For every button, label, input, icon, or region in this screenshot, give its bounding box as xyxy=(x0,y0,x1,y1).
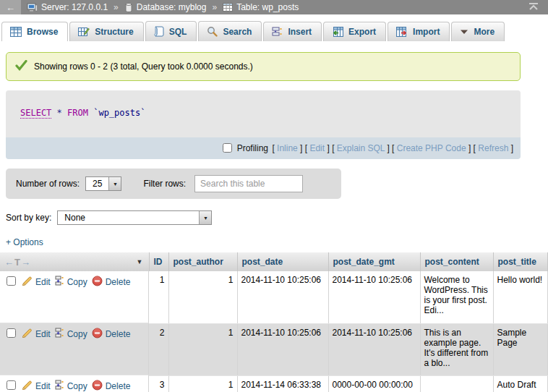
copy-link[interactable]: Copy xyxy=(55,276,87,288)
success-check-icon xyxy=(15,60,27,73)
tab-label: Structure xyxy=(95,27,133,37)
cell-post-date: 2014-11-14 06:33:38 xyxy=(237,375,328,392)
breadcrumb-separator: » xyxy=(212,2,217,12)
cell-post-date-gmt: 0000-00-00 00:00:00 xyxy=(328,375,420,392)
cell-post-title: Auto Draft xyxy=(493,375,548,392)
column-header-actions[interactable]: ←T→ ▼ xyxy=(0,252,149,271)
options-toggle-link[interactable]: + Options xyxy=(6,237,43,247)
pencil-icon xyxy=(22,276,33,289)
sql-link-create-php-code[interactable]: Create PHP Code xyxy=(397,143,466,153)
row-checkbox[interactable] xyxy=(7,328,16,338)
tab-import[interactable]: Import xyxy=(388,22,450,41)
number-of-rows-label: Number of rows: xyxy=(16,179,80,189)
tab-more[interactable]: More xyxy=(451,22,505,41)
results-header-row: ←T→ ▼ ID post_author post_date post_date… xyxy=(0,252,548,271)
sql-action-links: [ Inline ] [ Edit ] [ Explain SQL ] [ Cr… xyxy=(272,143,513,153)
sql-link-edit[interactable]: Edit xyxy=(309,143,325,153)
column-header-post-title[interactable]: post_title xyxy=(493,252,548,271)
status-message-text: Showing rows 0 - 2 (3 total, Query took … xyxy=(34,61,253,72)
results-table: ←T→ ▼ ID post_author post_date post_date… xyxy=(0,252,548,392)
column-header-post-content[interactable]: post_content xyxy=(420,252,493,271)
cell-post-content xyxy=(420,375,493,392)
table-tab-bar: Browse Structure SQL Search Insert Expor… xyxy=(0,14,548,41)
filter-rows-label: Filter rows: xyxy=(143,179,186,189)
server-icon xyxy=(27,3,38,12)
column-header-id[interactable]: ID xyxy=(149,252,168,271)
status-message: Showing rows 0 - 2 (3 total, Query took … xyxy=(6,52,521,81)
delete-icon xyxy=(92,380,103,392)
delete-link[interactable]: Delete xyxy=(92,380,131,392)
cell-id: 2 xyxy=(149,323,168,375)
tab-search[interactable]: Search xyxy=(198,21,262,41)
arrow-right-icon[interactable]: → xyxy=(21,257,31,268)
cell-post-title: Sample Page xyxy=(493,323,548,375)
tab-sql[interactable]: SQL xyxy=(145,21,197,41)
row-actions-cell: Edit Copy Delete xyxy=(0,375,149,392)
sql-link-inline[interactable]: Inline xyxy=(277,143,298,153)
sql-link-explain-sql[interactable]: Explain SQL xyxy=(337,143,385,153)
select-arrow-icon: ▼ xyxy=(199,211,211,224)
column-header-post-date-gmt[interactable]: post_date_gmt xyxy=(328,252,420,271)
breadcrumb-separator: » xyxy=(114,2,119,12)
collapse-panel-icon[interactable] xyxy=(528,2,539,13)
structure-icon xyxy=(78,27,90,37)
sql-keyword-from: FROM xyxy=(67,108,88,118)
breadcrumb-server[interactable]: Server: 127.0.0.1 xyxy=(41,2,108,12)
insert-icon xyxy=(272,27,283,37)
tab-structure[interactable]: Structure xyxy=(69,22,143,41)
database-icon xyxy=(124,3,133,12)
edit-link[interactable]: Edit xyxy=(22,276,51,289)
tee-icon[interactable]: T xyxy=(14,257,21,268)
table-row: Edit Copy Delete 3 1 2014-11-14 06:33:38… xyxy=(0,375,548,392)
transpose-icons[interactable]: ←T→ xyxy=(4,257,31,268)
row-actions-cell: Edit Copy Delete xyxy=(0,271,149,323)
row-controls-panel: Number of rows: 25 ▼ Filter rows: xyxy=(6,169,341,199)
row-checkbox[interactable] xyxy=(7,380,16,390)
pencil-icon xyxy=(22,380,33,392)
tab-label: Insert xyxy=(288,27,312,37)
number-of-rows-value: 25 xyxy=(86,177,108,190)
edit-link[interactable]: Edit xyxy=(22,380,51,392)
sort-by-key-select[interactable]: None ▼ xyxy=(57,210,212,225)
copy-link[interactable]: Copy xyxy=(55,380,87,392)
sql-link-refresh[interactable]: Refresh xyxy=(478,143,508,153)
filter-rows-input[interactable] xyxy=(194,175,303,192)
edit-link[interactable]: Edit xyxy=(22,328,51,341)
row-actions-cell: Edit Copy Delete xyxy=(0,323,149,375)
cell-id: 3 xyxy=(149,375,168,392)
delete-link[interactable]: Delete xyxy=(92,328,131,341)
profiling-checkbox[interactable] xyxy=(223,143,232,153)
sort-caret-icon[interactable]: ▼ xyxy=(137,258,145,265)
back-arrow-button[interactable]: ← xyxy=(0,0,21,14)
column-header-post-author[interactable]: post_author xyxy=(168,252,237,271)
tab-label: Search xyxy=(223,27,252,37)
cell-post-date: 2014-11-10 10:25:06 xyxy=(237,323,328,375)
search-icon xyxy=(207,26,218,37)
chevron-down-icon xyxy=(460,29,468,35)
arrow-left-icon[interactable]: ← xyxy=(4,257,14,268)
delete-icon xyxy=(92,328,103,341)
sql-keyword-select: SELECT xyxy=(20,108,51,119)
select-arrow-icon: ▼ xyxy=(108,177,121,190)
copy-icon xyxy=(55,380,64,392)
table-row: Edit Copy Delete 2 1 2014-11-10 10:25:06… xyxy=(0,323,548,375)
cell-post-date: 2014-11-10 10:25:06 xyxy=(237,271,328,323)
sort-by-key-row: Sort by key: None ▼ xyxy=(6,210,548,225)
table-row: Edit Copy Delete 1 1 2014-11-10 10:25:06… xyxy=(0,271,548,323)
tab-browse[interactable]: Browse xyxy=(1,22,68,41)
tab-export[interactable]: Export xyxy=(323,22,386,41)
pencil-icon xyxy=(22,328,33,341)
server-breadcrumb-bar: ← Server: 127.0.0.1 » Database: myblog »… xyxy=(0,0,548,14)
sql-table-ref: `wp_posts` xyxy=(88,108,145,118)
cell-post-date-gmt: 2014-11-10 10:25:06 xyxy=(328,323,420,375)
column-header-post-date[interactable]: post_date xyxy=(237,252,328,271)
cell-post-date-gmt: 2014-11-10 10:25:06 xyxy=(328,271,420,323)
delete-link[interactable]: Delete xyxy=(92,276,131,289)
breadcrumb-table[interactable]: Table: wp_posts xyxy=(236,2,299,12)
number-of-rows-select[interactable]: 25 ▼ xyxy=(85,176,121,191)
tab-insert[interactable]: Insert xyxy=(263,22,322,41)
breadcrumb-database[interactable]: Database: myblog xyxy=(137,2,207,12)
row-checkbox[interactable] xyxy=(7,276,16,286)
copy-link[interactable]: Copy xyxy=(55,328,87,340)
cell-post-content: This is an example page. It's different … xyxy=(420,323,493,375)
